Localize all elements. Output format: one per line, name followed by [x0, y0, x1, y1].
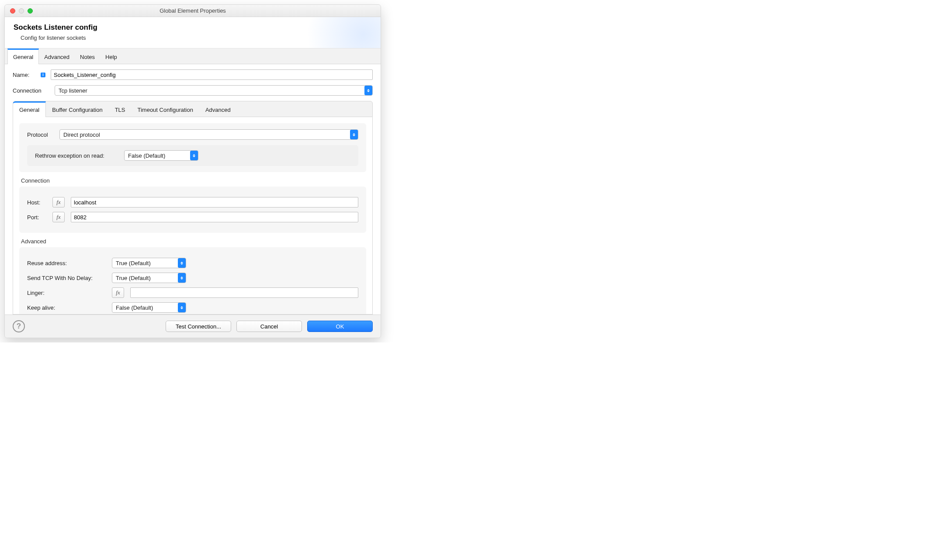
connection-value: Tcp listener — [59, 87, 87, 94]
inner-tabs: General Buffer Configuration TLS Timeout… — [13, 101, 373, 117]
titlebar: Global Element Properties — [5, 5, 381, 17]
connection-select[interactable]: Tcp listener — [55, 85, 373, 96]
protocol-select[interactable]: Direct protocol — [59, 129, 358, 140]
cancel-button[interactable]: Cancel — [236, 321, 302, 332]
fx-button-linger[interactable]: fx — [112, 287, 124, 298]
tab-general[interactable]: General — [7, 48, 39, 64]
linger-label: Linger: — [27, 290, 106, 296]
test-connection-button[interactable]: Test Connection... — [166, 321, 231, 332]
main-tabs: General Advanced Notes Help — [5, 48, 381, 64]
host-input[interactable] — [71, 197, 358, 207]
inner-tab-timeout[interactable]: Timeout Configuration — [131, 101, 199, 117]
inner-tab-general[interactable]: General — [13, 101, 46, 117]
tab-help[interactable]: Help — [100, 48, 122, 64]
name-input[interactable] — [51, 69, 373, 80]
port-input[interactable] — [71, 212, 358, 222]
rethrow-select[interactable]: False (Default) — [124, 150, 198, 161]
tcpnodelay-label: Send TCP With No Delay: — [27, 275, 106, 281]
keepalive-value: False (Default) — [116, 304, 153, 311]
fx-button-host[interactable]: fx — [52, 197, 65, 207]
footer: ? Test Connection... Cancel OK — [5, 315, 381, 338]
keepalive-label: Keep alive: — [27, 304, 106, 311]
name-row: Name: i — [13, 69, 373, 80]
inner-tab-advanced[interactable]: Advanced — [199, 101, 237, 117]
connection-row: Connection Tcp listener — [13, 85, 373, 96]
connection-section-title: Connection — [21, 177, 364, 184]
protocol-value: Direct protocol — [63, 131, 100, 138]
info-icon: i — [41, 73, 45, 77]
page-title: Sockets Listener config — [14, 23, 372, 32]
inner-body: Protocol Direct protocol Rethrow excepti… — [13, 117, 373, 315]
keepalive-select[interactable]: False (Default) — [112, 302, 186, 313]
chevron-up-down-icon — [178, 273, 186, 283]
tcpnodelay-select[interactable]: True (Default) — [112, 273, 186, 283]
dialog-window: Global Element Properties Sockets Listen… — [4, 4, 381, 338]
linger-input[interactable] — [130, 287, 358, 298]
fx-button-port[interactable]: fx — [52, 212, 65, 222]
reuse-label: Reuse address: — [27, 260, 106, 266]
chevron-up-down-icon — [178, 303, 186, 312]
header: Sockets Listener config Config for liste… — [5, 17, 381, 48]
protocol-group: Protocol Direct protocol Rethrow excepti… — [19, 123, 366, 172]
window-title: Global Element Properties — [5, 7, 381, 14]
tcpnodelay-value: True (Default) — [116, 275, 151, 281]
tab-advanced[interactable]: Advanced — [39, 48, 75, 64]
advanced-group: Reuse address: True (Default) Send TCP W… — [19, 247, 366, 315]
advanced-section-title: Advanced — [21, 238, 364, 245]
chevron-up-down-icon — [178, 258, 186, 268]
rethrow-label: Rethrow exception on read: — [35, 152, 118, 159]
chevron-up-down-icon — [350, 130, 358, 139]
inner-tab-tls[interactable]: TLS — [109, 101, 132, 117]
connection-label: Connection — [13, 87, 50, 94]
help-icon[interactable]: ? — [13, 320, 25, 332]
connection-group: Host: fx Port: fx — [19, 187, 366, 233]
protocol-label: Protocol — [27, 131, 53, 138]
protocol-subgroup: Rethrow exception on read: False (Defaul… — [27, 145, 358, 166]
chevron-up-down-icon — [364, 86, 372, 95]
tab-body: Name: i Connection Tcp listener General … — [5, 64, 381, 315]
ok-button[interactable]: OK — [307, 321, 373, 332]
tab-notes[interactable]: Notes — [75, 48, 100, 64]
reuse-select[interactable]: True (Default) — [112, 258, 186, 268]
name-label: Name: — [13, 72, 36, 78]
rethrow-value: False (Default) — [128, 152, 165, 159]
host-label: Host: — [27, 199, 46, 206]
chevron-up-down-icon — [190, 151, 198, 160]
reuse-value: True (Default) — [116, 260, 151, 266]
port-label: Port: — [27, 214, 46, 221]
inner-tab-buffer[interactable]: Buffer Configuration — [46, 101, 108, 117]
page-subtitle: Config for listener sockets — [21, 35, 372, 41]
